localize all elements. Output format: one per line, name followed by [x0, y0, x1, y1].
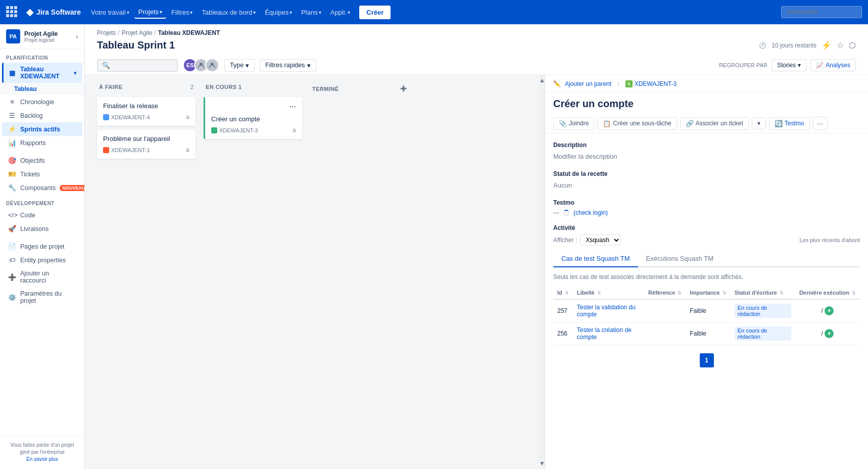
sidebar-item-rapports[interactable]: 📊 Rapports: [2, 136, 82, 150]
cell-id: 257: [553, 299, 573, 322]
pagination: 1: [553, 353, 860, 367]
chevron-down-icon: ▾: [246, 62, 249, 69]
sidebar-item-add-shortcut[interactable]: ➕ Ajouter un raccourci: [2, 267, 82, 287]
card-xdewajent-4[interactable]: Finaliser la release XDEWAJENT-4 ≡: [97, 97, 196, 126]
stories-button[interactable]: Stories ▾: [771, 59, 806, 71]
sidebar-item-composants[interactable]: 🔧 Composants NOUVEAU: [2, 181, 82, 195]
th-statut[interactable]: Statut d'écriture ⇅: [731, 287, 795, 299]
test-link[interactable]: Tester la validation du compte: [577, 304, 636, 318]
lightning-icon[interactable]: ⚡: [822, 40, 832, 50]
type-filter-button[interactable]: Type ▾: [224, 59, 255, 72]
add-card-button[interactable]: ✚: [400, 84, 407, 93]
th-execution[interactable]: Dernière exécution ⇅: [795, 287, 860, 299]
chevron-down-icon: ▾: [307, 62, 311, 69]
priority-icon: ≡: [186, 147, 189, 154]
tab-executions[interactable]: Exécutions Squash TM: [638, 251, 721, 267]
sidebar-item-code[interactable]: </> Code: [2, 208, 82, 222]
sidebar-item-tableau[interactable]: ▦ Tableau XDEWAJENT ▾: [2, 63, 82, 83]
board-area: À FAIRE 2 Finaliser la release XDEWAJENT…: [85, 75, 868, 469]
en-savoir-plus-link[interactable]: En savoir plus: [26, 456, 58, 462]
th-importance[interactable]: Importance ⇅: [686, 287, 730, 299]
statut-value[interactable]: Aucun: [553, 179, 860, 191]
sidebar-item-pages[interactable]: 📄 Pages de projet: [2, 240, 82, 253]
project-name: Projet Agile: [24, 30, 72, 37]
test-link[interactable]: Tester la création de compte: [577, 326, 632, 341]
sidebar-item-tickets[interactable]: 🎫 Tickets: [2, 167, 82, 181]
activity-filter-select[interactable]: Xsquash: [580, 234, 621, 246]
testmo-button[interactable]: 🔄 Testmo: [769, 117, 810, 130]
nav-appli[interactable]: Appli. ▾: [326, 7, 355, 18]
search-input[interactable]: [112, 62, 173, 69]
statut-section: Statut de la recette Aucun: [553, 170, 860, 191]
sidebar-sub-tableau[interactable]: Tableau: [0, 83, 84, 95]
column-done: TERMINÉ ✚: [310, 81, 409, 463]
sort-icon: ⇅: [722, 291, 727, 296]
card-type-icon: [211, 127, 217, 133]
card-type-icon: [103, 147, 109, 153]
card-xdewajent-3[interactable]: ··· Créer un compte XDEWAJENT-3 ≡: [204, 97, 302, 139]
nav-equipes[interactable]: Équipes ▾: [261, 7, 296, 18]
statut-label: Statut de la recette: [553, 170, 860, 177]
sidebar-collapse-icon[interactable]: ‹: [76, 32, 78, 40]
app-logo[interactable]: ◆ Jira Software: [26, 7, 81, 18]
nav-votre-travail[interactable]: Votre travail ▾: [87, 7, 133, 18]
add-parent-link[interactable]: Ajouter un parent: [565, 80, 611, 87]
nav-plans[interactable]: Plans ▾: [297, 7, 325, 18]
avatar-3[interactable]: [205, 58, 219, 72]
nav-filtres[interactable]: Filtres ▾: [167, 7, 197, 18]
join-button[interactable]: 📎 Joindre: [553, 117, 594, 130]
sidebar-item-entity-properties[interactable]: 🏷 Entity properties: [2, 253, 82, 267]
sidebar-item-backlog[interactable]: ☰ Backlog: [2, 109, 82, 122]
activity-label: Activité: [553, 224, 860, 231]
sidebar-item-objectifs[interactable]: 🎯 Objectifs: [2, 154, 82, 167]
nav-tableaux[interactable]: Tableaux de bord ▾: [198, 7, 260, 18]
testmo-check-login[interactable]: (check login): [573, 209, 608, 216]
page-1-button[interactable]: 1: [700, 353, 714, 367]
search-box[interactable]: 🔍: [97, 59, 178, 72]
share-icon[interactable]: ⬡: [849, 40, 856, 50]
create-subtask-button[interactable]: 📋 Créer une sous-tâche: [597, 117, 677, 130]
objectives-icon: 🎯: [8, 157, 16, 164]
tickets-icon: 🎫: [8, 170, 16, 178]
chevron-down-icon: ▾: [74, 70, 76, 76]
add-execution-button[interactable]: +: [825, 306, 834, 315]
code-icon: </>: [8, 211, 16, 219]
card-more-button[interactable]: ···: [290, 102, 296, 111]
th-reference[interactable]: Référence ⇅: [644, 287, 686, 299]
search-input[interactable]: [781, 6, 862, 18]
breadcrumb-projets[interactable]: Projets: [97, 29, 116, 36]
chevron-down-icon: ▾: [290, 10, 292, 15]
create-button[interactable]: Créer: [359, 6, 391, 19]
star-icon[interactable]: ☆: [837, 40, 844, 50]
quick-filters-button[interactable]: Filtres rapides ▾: [260, 59, 316, 72]
sidebar-section-planification: PLANIFICATION: [0, 49, 84, 63]
sidebar-item-livraisons[interactable]: 🚀 Livraisons: [2, 222, 82, 236]
add-execution-button[interactable]: +: [825, 329, 834, 338]
sidebar-item-sprints-actifs[interactable]: ⚡ Sprints actifs: [2, 122, 82, 136]
entity-properties-icon: 🏷: [8, 256, 16, 264]
ticket-ref-link[interactable]: S XDEWAJENT-3: [625, 80, 677, 87]
sidebar-item-parametres[interactable]: ⚙️ Paramètres du projet: [2, 287, 82, 307]
sidebar-project[interactable]: PA Projet Agile Projet logiciel ‹: [0, 24, 84, 49]
expand-button[interactable]: ▾: [752, 117, 766, 129]
settings-icon: ⚙️: [8, 294, 16, 301]
nav-projets[interactable]: Projets ▾: [134, 6, 166, 19]
link-icon: 🔗: [686, 120, 694, 127]
description-value[interactable]: Modifier la description: [553, 151, 860, 162]
more-actions-button[interactable]: ···: [813, 117, 828, 130]
card-id-label: XDEWAJENT-1: [111, 147, 150, 153]
description-label: Description: [553, 142, 860, 149]
analyses-button[interactable]: 📈 Analyses: [810, 59, 856, 71]
project-avatar: PA: [6, 29, 20, 43]
th-id[interactable]: Id ⇅: [553, 287, 573, 299]
test-cases-table: Id ⇅ Libellé ⇅ Référence ⇅ Importance ⇅ …: [553, 287, 860, 345]
card-xdewajent-1[interactable]: Problème sur l'appareil XDEWAJENT-1 ≡: [97, 130, 196, 159]
app-grid-icon[interactable]: [6, 6, 18, 18]
link-ticket-button[interactable]: 🔗 Associer un ticket: [680, 117, 749, 130]
sidebar-item-chronologie[interactable]: ≡ Chronologie: [2, 95, 82, 109]
recent-first-label[interactable]: Les plus récents d'abord: [799, 237, 860, 243]
breadcrumb-projet-agile[interactable]: Projet Agile: [122, 29, 153, 36]
tab-cas-de-test[interactable]: Cas de test Squash TM: [553, 251, 638, 267]
scroll-indicator[interactable]: ▲ ▼: [540, 75, 545, 469]
th-libelle[interactable]: Libellé ⇅: [573, 287, 644, 299]
